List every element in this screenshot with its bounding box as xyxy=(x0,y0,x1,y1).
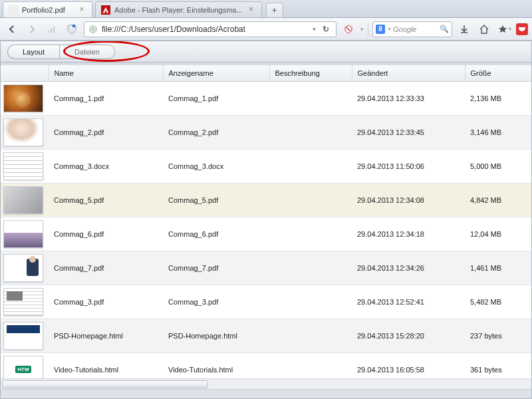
table-row[interactable]: Commag_6.pdfCommag_6.pdf29.04.2013 12:34… xyxy=(1,217,531,251)
globe-icon xyxy=(88,25,98,34)
files-tab[interactable]: Dateien xyxy=(59,45,115,59)
cell-thumb xyxy=(1,115,49,149)
mode-bar: Layout Dateien xyxy=(1,41,531,63)
col-desc[interactable]: Beschreibung xyxy=(269,65,352,81)
adobe-favicon xyxy=(101,5,110,15)
block-icon[interactable] xyxy=(340,21,356,37)
url-input[interactable] xyxy=(102,25,309,34)
chevron-down-icon[interactable]: ▾ xyxy=(360,26,364,33)
svg-rect-5 xyxy=(53,27,55,33)
svg-rect-3 xyxy=(48,31,49,33)
cell-size: 237 bytes xyxy=(465,319,531,352)
download-icon[interactable] xyxy=(456,21,472,37)
cell-display: PSD-Homepage.html xyxy=(163,319,269,352)
thumbnail xyxy=(3,84,43,112)
tab-title: Adobe - Flash Player: Einstellungsma... xyxy=(114,6,243,14)
col-modified[interactable]: Geändert xyxy=(352,65,465,81)
table-row[interactable]: Commag_2.pdfCommag_2.pdf29.04.2013 12:33… xyxy=(1,115,531,149)
chevron-down-icon[interactable]: ▾ xyxy=(313,25,316,33)
cell-desc xyxy=(269,183,352,217)
layout-tab[interactable]: Layout xyxy=(7,45,59,59)
thumbnail xyxy=(3,288,43,316)
cell-display: Video-Tutorials.html xyxy=(163,352,269,378)
signal-icon[interactable] xyxy=(44,21,60,37)
close-icon[interactable]: × xyxy=(77,5,86,15)
cell-display: Commag_2.pdf xyxy=(163,115,269,149)
cell-modified: 29.04.2013 12:34:08 xyxy=(352,183,465,217)
new-tab-button[interactable]: + xyxy=(266,3,283,17)
cell-size: 5,000 MB xyxy=(465,149,531,183)
url-box[interactable]: ▾ ↻ xyxy=(84,21,336,37)
bookmark-icon[interactable]: ▾ xyxy=(496,21,512,37)
cell-size: 4,842 MB xyxy=(465,183,531,217)
browser-window: Portfolio2.pdf × Adobe - Flash Player: E… xyxy=(0,0,532,399)
cell-modified: 29.04.2013 12:52:41 xyxy=(352,285,465,319)
content-area: Layout Dateien Name Anzeigename Beschrei… xyxy=(0,41,532,399)
svg-point-6 xyxy=(72,24,75,27)
cell-modified: 29.04.2013 11:50:06 xyxy=(352,149,465,183)
app-icon[interactable] xyxy=(516,23,528,35)
table-row[interactable]: Commag_5.pdfCommag_5.pdf29.04.2013 12:34… xyxy=(1,183,531,217)
file-table-wrap[interactable]: Name Anzeigename Beschreibung Geändert G… xyxy=(1,65,531,378)
table-row[interactable]: Commag_3.docxCommag_3.docx29.04.2013 11:… xyxy=(1,149,531,183)
cell-thumb xyxy=(1,285,49,319)
thumbnail xyxy=(3,254,43,282)
scroll-thumb[interactable] xyxy=(2,380,208,388)
cell-thumb xyxy=(1,81,49,115)
cell-name: Video-Tutorials.html xyxy=(49,352,163,378)
cell-name: Commag_7.pdf xyxy=(49,251,163,285)
cell-modified: 29.04.2013 15:28:20 xyxy=(352,319,465,352)
cell-desc xyxy=(269,115,352,149)
tab-active[interactable]: Portfolio2.pdf × xyxy=(3,1,92,17)
cell-size: 361 bytes xyxy=(465,352,531,378)
search-icon[interactable]: 🔍 xyxy=(440,25,449,33)
cell-thumb xyxy=(1,217,49,251)
status-strip xyxy=(1,389,531,398)
reload-icon[interactable]: ↻ xyxy=(320,25,332,34)
back-button[interactable] xyxy=(4,21,20,37)
close-icon[interactable]: × xyxy=(247,5,256,15)
tab-title: Portfolio2.pdf xyxy=(22,6,73,14)
cell-modified: 29.04.2013 12:33:45 xyxy=(352,115,465,149)
cell-thumb xyxy=(1,149,49,183)
tab-inactive[interactable]: Adobe - Flash Player: Einstellungsma... … xyxy=(95,1,262,17)
cell-name: Commag_5.pdf xyxy=(49,183,163,217)
col-name[interactable]: Name xyxy=(49,65,163,81)
cell-size: 1,461 MB xyxy=(465,251,531,285)
cell-desc xyxy=(269,285,352,319)
cell-desc xyxy=(269,352,352,378)
table-row[interactable]: Commag_7.pdfCommag_7.pdf29.04.2013 12:34… xyxy=(1,251,531,285)
horizontal-scrollbar[interactable] xyxy=(1,378,531,389)
home-icon[interactable] xyxy=(476,21,492,37)
search-box[interactable]: 8 ▾ Google 🔍 xyxy=(372,21,452,37)
cell-desc xyxy=(269,319,352,352)
cell-desc xyxy=(269,81,352,115)
svg-rect-1 xyxy=(10,6,17,13)
table-row[interactable]: Commag_3.pdfCommag_3.pdf29.04.2013 12:52… xyxy=(1,285,531,319)
search-placeholder: Google xyxy=(393,25,437,33)
col-size[interactable]: Größe xyxy=(465,65,531,81)
cell-size: 2,136 MB xyxy=(465,81,531,115)
cell-name: Commag_3.docx xyxy=(49,149,163,183)
svg-rect-4 xyxy=(51,29,52,33)
cell-thumb xyxy=(1,251,49,285)
cell-thumb xyxy=(1,319,49,352)
cell-name: Commag_6.pdf xyxy=(49,217,163,251)
table-row[interactable]: Commag_1.pdfCommag_1.pdf29.04.2013 12:33… xyxy=(1,81,531,115)
cell-name: Commag_3.pdf xyxy=(49,285,163,319)
nav-toolbar: ▾ ↻ ▾ 8 ▾ Google 🔍 ▾ xyxy=(0,18,532,41)
cell-size: 12,04 MB xyxy=(465,217,531,251)
table-row[interactable]: PSD-Homepage.htmlPSD-Homepage.html29.04.… xyxy=(1,319,531,352)
col-display[interactable]: Anzeigename xyxy=(163,65,269,81)
cell-size: 5,482 MB xyxy=(465,285,531,319)
cell-desc xyxy=(269,217,352,251)
shield-icon[interactable] xyxy=(64,21,80,37)
thumbnail xyxy=(3,118,43,146)
forward-button[interactable] xyxy=(24,21,40,37)
cell-thumb xyxy=(1,352,49,378)
cell-name: Commag_2.pdf xyxy=(49,115,163,149)
cell-name: Commag_1.pdf xyxy=(49,81,163,115)
table-row[interactable]: Video-Tutorials.htmlVideo-Tutorials.html… xyxy=(1,352,531,378)
col-thumb[interactable] xyxy=(1,65,49,81)
tab-strip: Portfolio2.pdf × Adobe - Flash Player: E… xyxy=(0,0,532,18)
